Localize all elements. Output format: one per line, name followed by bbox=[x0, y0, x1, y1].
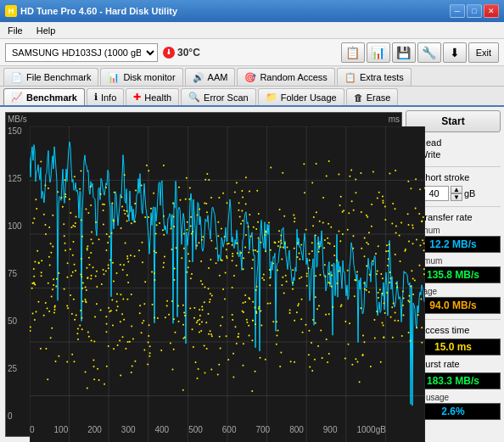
stroke-up-btn[interactable]: ▲ bbox=[451, 186, 462, 193]
y-val-75: 75 bbox=[8, 269, 22, 278]
tab-error-scan[interactable]: 🔍 Error Scan bbox=[181, 88, 256, 105]
x-val-1000: 1000gB bbox=[356, 425, 385, 434]
menu-help[interactable]: Help bbox=[34, 25, 59, 36]
lower-tab-bar: 📈 Benchmark ℹ Info ✚ Health 🔍 Error Scan… bbox=[0, 87, 504, 107]
x-val-400: 400 bbox=[155, 425, 170, 434]
y-val-25: 25 bbox=[8, 364, 22, 373]
x-val-200: 200 bbox=[87, 425, 102, 434]
benchmark-icon: 📈 bbox=[11, 92, 23, 103]
maximize-button[interactable]: □ bbox=[467, 4, 482, 18]
chart-area: MB/s ms 150 125 100 75 50 25 0 60 50 40 … bbox=[5, 112, 402, 437]
window-title: HD Tune Pro 4.60 - Hard Disk Utility bbox=[20, 6, 177, 16]
erase-icon: 🗑 bbox=[354, 92, 363, 103]
app-icon: H bbox=[5, 5, 17, 17]
extra-tests-icon: 📋 bbox=[344, 72, 356, 83]
upper-tab-bar: 📄 File Benchmark 📊 Disk monitor 🔊 AAM 🎯 … bbox=[0, 66, 504, 87]
y-val-50: 50 bbox=[8, 316, 22, 326]
tab-file-benchmark[interactable]: 📄 File Benchmark bbox=[3, 68, 98, 86]
close-button[interactable]: ✕ bbox=[484, 4, 499, 18]
tab-disk-monitor[interactable]: 📊 Disk monitor bbox=[100, 68, 182, 86]
tab-aam[interactable]: 🔊 AAM bbox=[185, 68, 236, 86]
folder-usage-icon: 📁 bbox=[266, 92, 277, 103]
drive-select[interactable]: SAMSUNG HD103SJ (1000 gB) bbox=[5, 43, 158, 62]
stroke-input-row: ▲ ▼ gB bbox=[419, 186, 501, 201]
x-val-300: 300 bbox=[121, 425, 136, 434]
x-val-800: 800 bbox=[289, 425, 304, 434]
health-icon: ✚ bbox=[133, 92, 141, 103]
y-right-label: ms bbox=[389, 115, 400, 124]
y-val-100: 100 bbox=[8, 221, 22, 231]
exit-button[interactable]: Exit bbox=[468, 42, 499, 63]
toolbar-btn-4[interactable]: 🔧 bbox=[417, 42, 441, 63]
tab-health[interactable]: ✚ Health bbox=[126, 88, 179, 105]
y-axis-label: MB/s bbox=[8, 115, 27, 124]
random-access-icon: 🎯 bbox=[244, 72, 256, 83]
tab-info[interactable]: ℹ Info bbox=[87, 88, 124, 105]
tab-folder-usage[interactable]: 📁 Folder Usage bbox=[258, 88, 344, 105]
tab-benchmark[interactable]: 📈 Benchmark bbox=[3, 88, 85, 105]
disk-monitor-icon: 📊 bbox=[108, 72, 120, 83]
benchmark-canvas bbox=[30, 126, 425, 442]
menu-bar: File Help bbox=[0, 22, 504, 39]
minimize-button[interactable]: ─ bbox=[450, 4, 465, 18]
stroke-spinner: ▲ ▼ bbox=[451, 186, 462, 201]
file-benchmark-icon: 📄 bbox=[11, 72, 23, 83]
x-val-900: 900 bbox=[323, 425, 338, 434]
toolbar-btn-3[interactable]: 💾 bbox=[392, 42, 416, 63]
stroke-down-btn[interactable]: ▼ bbox=[451, 193, 462, 201]
toolbar-btn-5[interactable]: ⬇ bbox=[443, 42, 467, 63]
tab-random-access[interactable]: 🎯 Random Access bbox=[237, 68, 334, 86]
temperature-display: 30°C bbox=[177, 47, 200, 59]
y-val-0: 0 bbox=[8, 411, 22, 421]
toolbar-btn-1[interactable]: 📋 bbox=[341, 42, 365, 63]
tab-extra-tests[interactable]: 📋 Extra tests bbox=[337, 68, 412, 86]
y-val-150: 150 bbox=[8, 126, 22, 136]
error-scan-icon: 🔍 bbox=[188, 92, 200, 103]
tab-erase[interactable]: 🗑 Erase bbox=[346, 88, 399, 105]
x-val-600: 600 bbox=[222, 425, 237, 434]
toolbar-btn-2[interactable]: 📊 bbox=[367, 42, 390, 63]
aam-icon: 🔊 bbox=[193, 72, 204, 83]
title-bar: H HD Tune Pro 4.60 - Hard Disk Utility ─… bbox=[0, 0, 504, 22]
x-val-100: 100 bbox=[54, 425, 69, 434]
x-val-0: 0 bbox=[30, 425, 35, 434]
x-val-500: 500 bbox=[188, 425, 203, 434]
toolbar: SAMSUNG HD103SJ (1000 gB) 🌡 30°C 📋 📊 💾 🔧… bbox=[0, 39, 504, 66]
info-icon: ℹ bbox=[94, 92, 98, 103]
x-val-700: 700 bbox=[255, 425, 270, 434]
temperature-icon: 🌡 bbox=[163, 47, 175, 59]
y-val-125: 125 bbox=[8, 174, 22, 183]
menu-file[interactable]: File bbox=[5, 25, 25, 36]
main-content: MB/s ms 150 125 100 75 50 25 0 60 50 40 … bbox=[0, 107, 504, 442]
